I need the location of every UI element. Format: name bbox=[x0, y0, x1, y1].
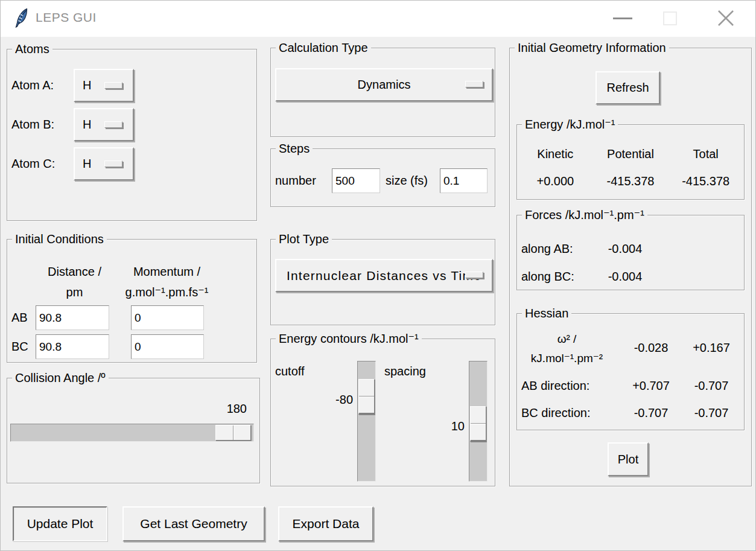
bc-momentum-input[interactable] bbox=[131, 334, 204, 359]
hessian-bc-direction-label: BC direction: bbox=[521, 405, 591, 421]
maximize-icon bbox=[663, 11, 677, 25]
energy-contours-frame-label: Energy contours /kJ.mol⁻¹ bbox=[276, 331, 422, 347]
initial-conditions-frame-label: Initial Conditions bbox=[12, 231, 107, 247]
energy-header-potential: Potential bbox=[593, 147, 669, 161]
spacing-label: spacing bbox=[384, 363, 426, 380]
atom-c-select[interactable]: H bbox=[74, 147, 134, 180]
hessian-ab-direction-value-1: +0.707 bbox=[623, 378, 679, 394]
hessian-omega-label-line2: kJ.mol⁻¹.pm⁻² bbox=[520, 349, 614, 368]
momentum-header-line1: Momentum / bbox=[117, 261, 217, 282]
calculation-type-select[interactable]: Dynamics bbox=[275, 68, 493, 101]
cutoff-label: cutoff bbox=[275, 363, 305, 380]
force-bc-value: -0.004 bbox=[595, 269, 655, 285]
cutoff-slider-handle[interactable] bbox=[358, 379, 375, 415]
energy-value-kinetic: +0.000 bbox=[518, 174, 593, 188]
spacing-slider-handle[interactable] bbox=[470, 406, 486, 442]
close-button[interactable] bbox=[710, 4, 742, 33]
atom-b-label: Atom B: bbox=[11, 116, 54, 133]
steps-number-label: number bbox=[275, 173, 316, 189]
maximize-button[interactable] bbox=[653, 4, 686, 33]
minimize-icon bbox=[613, 18, 632, 19]
app-window: LEPS GUI Atoms Atom A: H Atom B: H Atom … bbox=[0, 0, 756, 551]
distance-header-line1: Distance / bbox=[28, 261, 121, 282]
energy-header-total: Total bbox=[668, 147, 743, 161]
hessian-bc-direction-value-1: -0.707 bbox=[623, 405, 679, 421]
dropdown-indicator-icon bbox=[104, 82, 122, 89]
initial-geometry-frame-label: Initial Geometry Information bbox=[515, 40, 669, 56]
collision-angle-frame-label: Collision Angle /º bbox=[12, 370, 109, 386]
atom-a-select[interactable]: H bbox=[74, 69, 134, 102]
energy-values-row: +0.000 -415.378 -415.378 bbox=[518, 174, 743, 188]
atom-a-label: Atom A: bbox=[11, 77, 54, 94]
atom-b-selected-value: H bbox=[83, 118, 91, 132]
calculation-type-selected-value: Dynamics bbox=[276, 78, 492, 92]
slider-ridge bbox=[233, 425, 234, 440]
hessian-omega-value-1: -0.028 bbox=[623, 340, 679, 356]
energy-subframe-label: Energy /kJ.mol⁻¹ bbox=[522, 116, 618, 133]
calculation-type-frame-label: Calculation Type bbox=[276, 40, 371, 56]
minimize-button[interactable] bbox=[606, 4, 639, 33]
slider-ridge bbox=[471, 423, 486, 424]
atom-c-label: Atom C: bbox=[11, 156, 55, 172]
energy-value-potential: -415.378 bbox=[593, 174, 669, 188]
steps-frame-label: Steps bbox=[276, 141, 313, 157]
get-last-geometry-button[interactable]: Get Last Geometry bbox=[122, 506, 265, 541]
cutoff-value: -80 bbox=[314, 392, 353, 408]
atom-a-selected-value: H bbox=[83, 78, 91, 92]
spacing-value: 10 bbox=[431, 418, 465, 435]
hessian-bc-direction-value-2: -0.707 bbox=[684, 405, 739, 421]
plot-type-selected-value: Internuclear Distances vs Time bbox=[276, 269, 492, 283]
update-plot-button[interactable]: Update Plot bbox=[13, 506, 107, 541]
window-title: LEPS GUI bbox=[36, 10, 97, 25]
force-ab-value: -0.004 bbox=[595, 241, 655, 257]
steps-size-input[interactable] bbox=[440, 168, 488, 193]
export-data-button[interactable]: Export Data bbox=[278, 506, 373, 541]
force-bc-label: along BC: bbox=[521, 269, 574, 285]
steps-number-input[interactable] bbox=[332, 168, 380, 193]
hessian-omega-label: ω² / kJ.mol⁻¹.pm⁻² bbox=[520, 330, 614, 368]
hessian-ab-direction-value-2: -0.707 bbox=[684, 378, 739, 394]
dropdown-indicator-icon bbox=[465, 81, 483, 88]
momentum-header-line2: g.mol⁻¹.pm.fs⁻¹ bbox=[117, 282, 217, 302]
bc-row-label: BC bbox=[11, 339, 28, 355]
dropdown-indicator-icon bbox=[465, 272, 483, 278]
energy-value-total: -415.378 bbox=[668, 174, 743, 188]
energy-headers-row: Kinetic Potential Total bbox=[518, 147, 743, 161]
collision-angle-value: 180 bbox=[200, 401, 247, 417]
collision-angle-slider-handle[interactable] bbox=[215, 425, 251, 441]
ab-row-label: AB bbox=[11, 310, 28, 326]
forces-subframe-label: Forces /kJ.mol⁻¹.pm⁻¹ bbox=[522, 207, 647, 223]
hessian-subframe-label: Hessian bbox=[522, 305, 571, 322]
energy-header-kinetic: Kinetic bbox=[518, 147, 593, 161]
spacing-slider[interactable] bbox=[469, 361, 488, 482]
plot-type-select[interactable]: Internuclear Distances vs Time bbox=[275, 259, 493, 292]
energy-subframe: Energy /kJ.mol⁻¹ bbox=[516, 124, 745, 200]
dropdown-indicator-icon bbox=[104, 121, 122, 128]
distance-header-line2: pm bbox=[28, 282, 121, 302]
refresh-button[interactable]: Refresh bbox=[596, 71, 660, 104]
title-bar: LEPS GUI bbox=[1, 1, 755, 37]
close-icon bbox=[717, 9, 735, 27]
hessian-omega-label-line1: ω² / bbox=[520, 330, 614, 349]
slider-ridge bbox=[359, 396, 374, 397]
ab-momentum-input[interactable] bbox=[131, 305, 204, 330]
atom-c-selected-value: H bbox=[83, 157, 91, 171]
cutoff-slider[interactable] bbox=[357, 361, 376, 482]
python-feather-icon bbox=[15, 8, 28, 28]
atoms-frame-label: Atoms bbox=[12, 41, 52, 57]
energy-contours-frame: Energy contours /kJ.mol⁻¹ bbox=[270, 339, 495, 486]
hessian-omega-value-2: +0.167 bbox=[684, 340, 739, 356]
steps-size-label: size (fs) bbox=[386, 173, 428, 189]
plot-type-frame-label: Plot Type bbox=[276, 231, 332, 247]
momentum-column-header: Momentum / g.mol⁻¹.pm.fs⁻¹ bbox=[117, 261, 217, 302]
distance-column-header: Distance / pm bbox=[28, 261, 121, 302]
hessian-ab-direction-label: AB direction: bbox=[521, 378, 589, 394]
dropdown-indicator-icon bbox=[104, 161, 122, 167]
atom-b-select[interactable]: H bbox=[74, 108, 134, 141]
plot-button[interactable]: Plot bbox=[608, 442, 649, 476]
force-ab-label: along AB: bbox=[521, 241, 573, 257]
bc-distance-input[interactable] bbox=[36, 334, 109, 359]
ab-distance-input[interactable] bbox=[36, 305, 109, 330]
collision-angle-slider[interactable] bbox=[10, 424, 254, 442]
